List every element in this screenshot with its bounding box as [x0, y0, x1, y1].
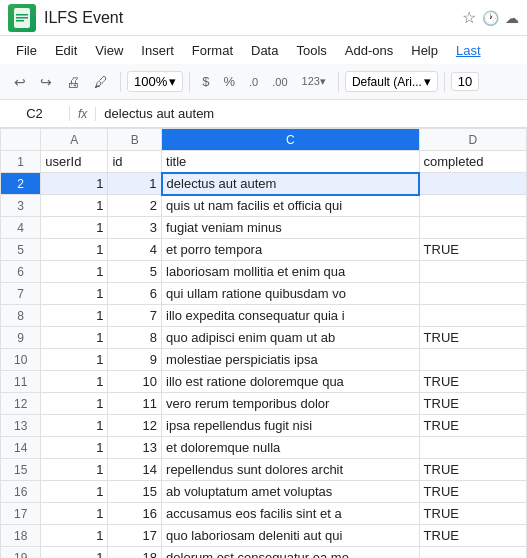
menu-last[interactable]: Last	[448, 41, 489, 60]
cell-c[interactable]: ipsa repellendus fugit nisi	[162, 415, 420, 437]
cell-d[interactable]	[419, 283, 526, 305]
cell-a[interactable]: 1	[41, 305, 108, 327]
cell-c[interactable]: dolorum est consequatur ea mo	[162, 547, 420, 559]
cell-c[interactable]: quis ut nam facilis et officia qui	[162, 195, 420, 217]
cell-b[interactable]: 14	[108, 459, 162, 481]
cell-c[interactable]: delectus aut autem	[162, 173, 420, 195]
cell-a[interactable]: 1	[41, 415, 108, 437]
cell-b[interactable]: 8	[108, 327, 162, 349]
cell-a[interactable]: 1	[41, 525, 108, 547]
cell-b[interactable]: 6	[108, 283, 162, 305]
cell-b[interactable]: 15	[108, 481, 162, 503]
cell-b[interactable]: 13	[108, 437, 162, 459]
cell-c[interactable]: molestiae perspiciatis ipsa	[162, 349, 420, 371]
cell-b[interactable]: 3	[108, 217, 162, 239]
cell-a[interactable]: 1	[41, 173, 108, 195]
cell-a[interactable]: 1	[41, 349, 108, 371]
cell-a[interactable]: 1	[41, 283, 108, 305]
cell-b[interactable]: 12	[108, 415, 162, 437]
cell-c[interactable]: repellendus sunt dolores archit	[162, 459, 420, 481]
redo-button[interactable]: ↪	[34, 70, 58, 94]
font-size-input[interactable]	[451, 72, 479, 91]
menu-data[interactable]: Data	[243, 41, 286, 60]
cell-a[interactable]: 1	[41, 261, 108, 283]
cell-a[interactable]: 1	[41, 195, 108, 217]
cell-c[interactable]: illo expedita consequatur quia i	[162, 305, 420, 327]
star-icon[interactable]: ☆	[462, 8, 476, 27]
col-header-b[interactable]: B	[108, 129, 162, 151]
cell-b[interactable]: 16	[108, 503, 162, 525]
cell-d[interactable]: TRUE	[419, 459, 526, 481]
format-number-button[interactable]: 123▾	[296, 71, 332, 92]
decimal-increase-button[interactable]: .00	[266, 72, 293, 92]
menu-view[interactable]: View	[87, 41, 131, 60]
cell-d[interactable]	[419, 217, 526, 239]
formula-input[interactable]: delectus aut autem	[96, 106, 527, 121]
cell-d[interactable]: TRUE	[419, 371, 526, 393]
cell-b[interactable]: 17	[108, 525, 162, 547]
cell-c[interactable]: fugiat veniam minus	[162, 217, 420, 239]
menu-format[interactable]: Format	[184, 41, 241, 60]
cell-d[interactable]: TRUE	[419, 393, 526, 415]
cell-d[interactable]	[419, 261, 526, 283]
cell-a[interactable]: 1	[41, 393, 108, 415]
cell-d[interactable]: TRUE	[419, 503, 526, 525]
col-header-a[interactable]: A	[41, 129, 108, 151]
cell-a[interactable]: 1	[41, 327, 108, 349]
cell-c[interactable]: accusamus eos facilis sint et a	[162, 503, 420, 525]
cell-a[interactable]: 1	[41, 503, 108, 525]
cell-a[interactable]: 1	[41, 371, 108, 393]
undo-button[interactable]: ↩	[8, 70, 32, 94]
paint-format-button[interactable]: 🖊	[88, 70, 114, 94]
menu-addons[interactable]: Add-ons	[337, 41, 401, 60]
percent-button[interactable]: %	[217, 70, 241, 93]
cell-a[interactable]: 1	[41, 459, 108, 481]
print-button[interactable]: 🖨	[60, 70, 86, 94]
zoom-select[interactable]: 100% ▾	[127, 71, 183, 92]
cell-b[interactable]: 1	[108, 173, 162, 195]
cell-b[interactable]: 5	[108, 261, 162, 283]
col-header-c[interactable]: C	[162, 129, 420, 151]
cell-b[interactable]: 10	[108, 371, 162, 393]
cell-d[interactable]: TRUE	[419, 239, 526, 261]
cell-c[interactable]: ab voluptatum amet voluptas	[162, 481, 420, 503]
cell-a[interactable]: 1	[41, 547, 108, 559]
cell-a[interactable]: 1	[41, 239, 108, 261]
cell-c[interactable]: vero rerum temporibus dolor	[162, 393, 420, 415]
cell-c[interactable]: illo est ratione doloremque qua	[162, 371, 420, 393]
cell-d[interactable]	[419, 349, 526, 371]
cell-b[interactable]: 11	[108, 393, 162, 415]
cell-b[interactable]: 18	[108, 547, 162, 559]
cell-c[interactable]: et porro tempora	[162, 239, 420, 261]
cell-c[interactable]: quo adipisci enim quam ut ab	[162, 327, 420, 349]
cell-d[interactable]: TRUE	[419, 525, 526, 547]
decimal-decrease-button[interactable]: .0	[243, 72, 264, 92]
cell-b[interactable]: 2	[108, 195, 162, 217]
cell-b[interactable]: id	[108, 151, 162, 173]
cell-a[interactable]: 1	[41, 437, 108, 459]
cloud-icon[interactable]: ☁	[505, 10, 519, 26]
cell-d[interactable]	[419, 547, 526, 559]
cell-b[interactable]: 9	[108, 349, 162, 371]
cell-b[interactable]: 4	[108, 239, 162, 261]
cell-b[interactable]: 7	[108, 305, 162, 327]
cell-d[interactable]	[419, 437, 526, 459]
cell-a[interactable]: userId	[41, 151, 108, 173]
menu-help[interactable]: Help	[403, 41, 446, 60]
cell-a[interactable]: 1	[41, 481, 108, 503]
menu-insert[interactable]: Insert	[133, 41, 182, 60]
history-icon[interactable]: 🕐	[482, 10, 499, 26]
cell-c[interactable]: laboriosam mollitia et enim qua	[162, 261, 420, 283]
col-header-d[interactable]: D	[419, 129, 526, 151]
cell-d[interactable]	[419, 195, 526, 217]
cell-d[interactable]: TRUE	[419, 481, 526, 503]
cell-c[interactable]: quo laboriosam deleniti aut qui	[162, 525, 420, 547]
cell-d[interactable]: TRUE	[419, 415, 526, 437]
cell-c[interactable]: qui ullam ratione quibusdam vo	[162, 283, 420, 305]
cell-d[interactable]	[419, 173, 526, 195]
cell-c[interactable]: title	[162, 151, 420, 173]
font-select[interactable]: Default (Ari... ▾	[345, 71, 438, 92]
menu-edit[interactable]: Edit	[47, 41, 85, 60]
currency-button[interactable]: $	[196, 70, 215, 93]
cell-c[interactable]: et doloremque nulla	[162, 437, 420, 459]
